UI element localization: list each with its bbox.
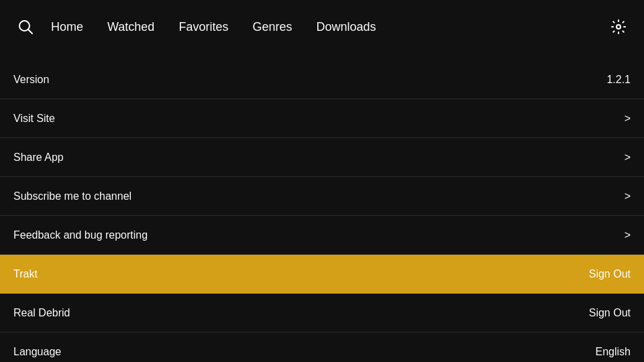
share-app-label: Share App (13, 152, 64, 164)
trakt-label: Trakt (13, 268, 38, 280)
version-label: Version (13, 74, 49, 86)
share-app-chevron: > (625, 152, 631, 164)
real-debrid-label: Real Debrid (13, 307, 70, 319)
version-value: 1.2.1 (606, 74, 631, 86)
settings-item-feedback[interactable]: Feedback and bug reporting > (0, 216, 644, 255)
language-label: Language (13, 346, 61, 358)
settings-item-share-app[interactable]: Share App > (0, 138, 644, 177)
nav-link-home[interactable]: Home (51, 20, 83, 34)
feedback-chevron: > (625, 229, 631, 241)
visit-site-label: Visit Site (13, 113, 55, 125)
subscribe-chevron: > (625, 190, 631, 202)
svg-line-1 (29, 30, 33, 34)
settings-icon[interactable] (606, 15, 631, 39)
navbar: Home Watched Favorites Genres Downloads (0, 0, 644, 54)
nav-link-watched[interactable]: Watched (107, 20, 154, 34)
settings-item-visit-site[interactable]: Visit Site > (0, 99, 644, 138)
real-debrid-sign-out[interactable]: Sign Out (589, 307, 631, 319)
settings-item-subscribe[interactable]: Subscribe me to channel > (0, 177, 644, 216)
settings-list: Version 1.2.1 Visit Site > Share App > S… (0, 60, 644, 362)
svg-point-0 (19, 21, 30, 31)
nav-link-downloads[interactable]: Downloads (316, 20, 376, 34)
settings-item-real-debrid[interactable]: Real Debrid Sign Out (0, 294, 644, 333)
language-value: English (596, 346, 631, 358)
settings-item-trakt[interactable]: Trakt Sign Out (0, 255, 644, 294)
nav-link-genres[interactable]: Genres (252, 20, 292, 34)
nav-link-favorites[interactable]: Favorites (178, 20, 228, 34)
trakt-sign-out[interactable]: Sign Out (589, 268, 631, 280)
subscribe-label: Subscribe me to channel (13, 190, 131, 202)
svg-point-2 (616, 25, 621, 29)
nav-links: Home Watched Favorites Genres Downloads (51, 20, 606, 34)
feedback-label: Feedback and bug reporting (13, 229, 148, 241)
settings-item-version: Version 1.2.1 (0, 60, 644, 99)
search-icon[interactable] (13, 15, 38, 39)
visit-site-chevron: > (625, 113, 631, 125)
settings-item-language[interactable]: Language English (0, 333, 644, 362)
